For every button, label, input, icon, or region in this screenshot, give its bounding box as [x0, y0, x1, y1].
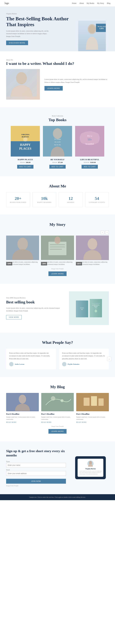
book-1-title: HAPPY PLACES [11, 158, 40, 161]
bestseller-cta-button[interactable]: VIEW MORE [6, 315, 22, 320]
signup-credit: Image from Freepik [6, 485, 66, 486]
story-cards: 1990 Lorem ipsum dolor sit amet, consect… [6, 236, 109, 266]
story-navigation: ‹ › [6, 230, 109, 234]
svg-rect-37 [91, 396, 97, 406]
book-2-price-current: $75.00 [58, 162, 63, 163]
book-v2-author: VIRGINIA BURTON [92, 303, 100, 304]
hero-cta-button[interactable]: DISCOVER MORE [6, 40, 28, 45]
book-3-cart-button[interactable]: ADD TO CART [82, 165, 98, 168]
nav-my-story[interactable]: My Story [97, 2, 104, 4]
signup-section: Sign up & get a free short story every s… [0, 441, 115, 494]
book-3-svg: live a life beautiful [75, 126, 104, 156]
books-section: Book Collection Top Books VIRGINIA BURTO… [0, 107, 115, 176]
svg-rect-36 [84, 398, 90, 406]
story-card-1: 1990 Lorem ipsum dolor sit amet, consect… [6, 236, 39, 266]
testimonials-next-button[interactable]: › [107, 357, 111, 361]
blog-card-1: Post 6 Headline Sample small text. Lorem… [6, 393, 39, 423]
name-input[interactable] [6, 463, 66, 468]
stat-label-1: BOOKS PUBLISHED [9, 202, 28, 203]
story-title: My Story [6, 222, 109, 227]
svg-point-33 [51, 396, 55, 400]
book-2-svg: We change the world day by day [43, 126, 72, 156]
book-cover-1: VIRGINIA BURTON HAPPY PLACES [11, 126, 40, 156]
testimonial-card-1: Proin sed libero enim sed faucibus turpi… [6, 348, 56, 369]
testimonials-grid: Proin sed libero enim sed faucibus turpi… [6, 348, 109, 369]
blog-grid: Post 6 Headline Sample small text. Lorem… [6, 393, 109, 423]
book-card-2: We change the world day by day BE YOURSE… [43, 126, 72, 168]
join-button[interactable]: JOIN NOW [6, 479, 66, 484]
about-description: Lorem ipsum dolor sit amet, consectetur … [44, 78, 109, 84]
about-title: I want to be a writer. What should I do? [6, 61, 109, 66]
story-next-button[interactable]: › [105, 230, 109, 234]
about-image [6, 69, 40, 100]
about-person-svg [6, 69, 37, 96]
book-stack: EVERYINS VIRGINIA BURTON EVERYTHINGINSID… [76, 299, 102, 317]
book-1-price-original: $50.00 [20, 162, 25, 163]
blog-svg-1 [6, 393, 39, 411]
bestseller-badge: Over 4000 Amazon Reviews [6, 297, 63, 299]
book-1-svg: VIRGINIA BURTON HAPPY PLACES [11, 126, 40, 156]
story-cta-wrap: LEARN MORE [6, 272, 109, 276]
bestseller-books-visual: EVERYINS VIRGINIA BURTON EVERYTHINGINSID… [69, 291, 109, 325]
book-2-price-original: $90.00 [52, 162, 57, 163]
blog-read-3[interactable]: READ MORE [76, 422, 109, 423]
svg-text:VIRGINIA: VIRGINIA [21, 134, 29, 136]
name-field-group: Name [6, 461, 66, 468]
book-2-price: $90.00 $75.00 [43, 162, 72, 163]
email-input[interactable] [6, 471, 66, 476]
tablet-text: Lorem ipsum dolor sit amet, consectetur … [79, 470, 101, 475]
hero-description: Lorem ipsum dolor sit amet, consectetur … [6, 30, 49, 38]
story-cta-button[interactable]: LEARN MORE [48, 272, 67, 276]
stats-section: About Me 20+ BOOKS PUBLISHED 10k HAPPY R… [0, 176, 115, 215]
books-title: Top Books [6, 118, 109, 122]
blog-img-3 [76, 393, 109, 411]
hero-person-image: The story of my LIFE [78, 21, 106, 51]
svg-rect-38 [98, 398, 104, 406]
books-label: Book Collection [6, 115, 109, 117]
nav-home[interactable]: Home [72, 2, 76, 4]
tablet-avatar [87, 460, 93, 467]
signup-form: Name Email JOIN NOW [6, 461, 66, 484]
blog-headline-2: Post 5 Headline [41, 413, 74, 415]
nav-blog[interactable]: Blog [107, 2, 110, 4]
bestseller-section: Over 4000 Amazon Reviews Best selling bo… [0, 284, 115, 333]
blog-cta-button[interactable]: LEARN MORE [48, 429, 67, 434]
book-3-price: $199.00 $169.00 [75, 162, 104, 163]
blog-read-2[interactable]: READ MORE [41, 422, 74, 423]
book-1-cart-button[interactable]: ADD TO CART [17, 165, 33, 168]
svg-point-29 [87, 238, 97, 250]
story-card-2: 2004 Lorem ipsum dolor sit amet, consect… [41, 236, 74, 266]
hero-section: Virginia Burton The Best-Selling Book Au… [0, 6, 115, 51]
testimonial-text-2: Proin sed libero enim sed faucibus turpi… [62, 352, 106, 360]
book-visual-2: VIRGINIA BURTON EVERYTHINGINSIDEYOU [90, 299, 102, 317]
testimonials-title: What People Say? [6, 340, 109, 345]
story-prev-button[interactable]: ‹ [100, 230, 104, 234]
blog-headline-3: Post 4 Headline [76, 413, 109, 415]
story-img-1 [6, 236, 39, 260]
nav-links: Home About My Books My Story Blog [72, 2, 110, 4]
blog-sample-3: Sample small text. Lorem ipsum dolor sit… [76, 416, 109, 420]
nav-logo: logo [5, 2, 9, 4]
nav-my-books[interactable]: My Books [87, 2, 94, 4]
blog-headline-1: Post 6 Headline [6, 413, 39, 415]
blog-read-1[interactable]: READ MORE [6, 422, 39, 423]
book-v1-text: EVERYINS [80, 308, 84, 310]
about-inner: Lorem ipsum dolor sit amet, consectetur … [6, 69, 109, 100]
stat-label-2: HAPPY READERS [35, 202, 54, 203]
story-svg-3 [76, 236, 109, 260]
book-2-cart-button[interactable]: ADD TO CART [49, 165, 66, 168]
book-leaf-icon [93, 308, 98, 313]
testimonials-section: What People Say? Proin sed libero enim s… [0, 333, 115, 377]
nav-about[interactable]: About [79, 2, 84, 4]
footer-text: Sample text. Click to select the text bo… [29, 496, 86, 498]
stat-box-3: 12 AWARDS [59, 192, 83, 207]
stat-box-1: 20+ BOOKS PUBLISHED [6, 192, 30, 207]
hero-text: Virginia Burton The Best-Selling Book Au… [6, 13, 75, 51]
book-v2-title: EVERYTHINGINSIDEYOU [92, 304, 99, 308]
story-svg-2 [41, 236, 74, 260]
story-credit: Image from Freepik [6, 268, 109, 270]
svg-point-3 [16, 72, 27, 84]
svg-point-21 [17, 238, 28, 250]
about-cta-button[interactable]: LEARN MORE [44, 86, 63, 90]
svg-point-1 [89, 25, 95, 33]
